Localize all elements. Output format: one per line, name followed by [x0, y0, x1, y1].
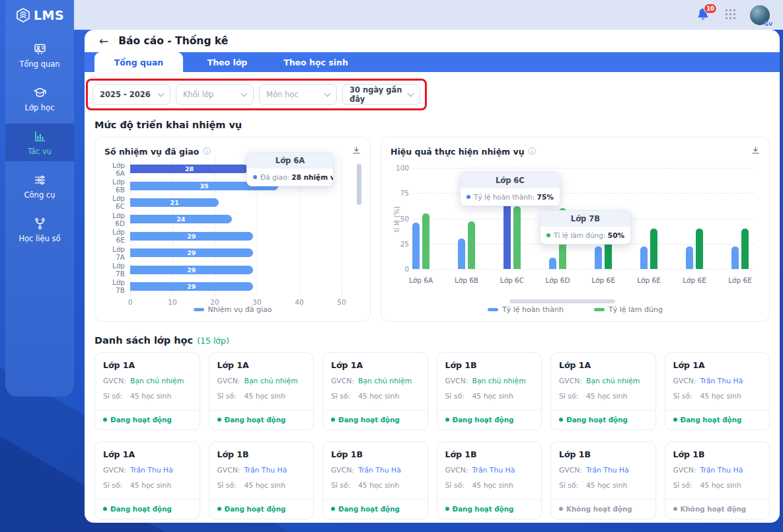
class-card[interactable]: Lớp 1BGVCN:Trần Thu HàSĩ số:45 học sinhĐ…: [437, 441, 542, 519]
class-card[interactable]: Lớp 1AGVCN:Trần Thu HàSĩ số:45 học sinhĐ…: [665, 352, 770, 430]
status-badge: Không hoạt động: [551, 499, 655, 519]
sidebar-item-digital-materials[interactable]: Học liệu số: [5, 211, 74, 248]
chart2-bar-completion[interactable]: [595, 247, 602, 269]
download-icon[interactable]: [352, 145, 361, 158]
notification-bell-icon[interactable]: 10: [695, 7, 712, 24]
class-card[interactable]: Lớp 1BGVCN:Trần Thu HàSĩ số:45 học sinhK…: [550, 441, 656, 519]
class-card-title: Lớp 1A: [331, 360, 420, 370]
size-label: Sĩ số:: [331, 392, 354, 400]
download-icon[interactable]: [751, 145, 761, 158]
back-arrow-icon[interactable]: ←: [99, 36, 108, 47]
chart1-bar[interactable]: 28: [130, 165, 248, 173]
tab-theo-học-sinh[interactable]: Theo học sinh: [272, 52, 360, 72]
teacher-link[interactable]: Trần Thu Hà: [700, 466, 743, 475]
chart1-bar[interactable]: 29: [130, 248, 253, 257]
class-card-title: Lớp 1A: [559, 360, 648, 370]
chart1-bar[interactable]: 29: [130, 232, 253, 241]
teacher-link[interactable]: Bạn chủ nhiệm: [130, 377, 184, 385]
chart1-bar-row: Lớp 6E29: [103, 228, 350, 245]
chart1-bar[interactable]: 24: [130, 215, 232, 223]
class-card[interactable]: Lớp 1AGVCN:Trần Thu HàSĩ số:45 học sinhĐ…: [94, 441, 200, 519]
gvcn-label: GVCN:: [445, 377, 468, 385]
teacher-link[interactable]: Bạn chủ nhiệm: [358, 377, 412, 385]
chart2-tooltip: Lớp 6CTỷ lệ hoàn thành: 75%: [460, 172, 560, 206]
digital-materials-icon: [33, 217, 47, 231]
chart2-bar-correct[interactable]: [422, 213, 429, 269]
status-dot-icon: [103, 507, 107, 511]
chart1-bar-row: Lớp 6D24: [103, 211, 350, 227]
student-count: 45 học sinh: [700, 481, 741, 490]
filter-select-1[interactable]: Khối lớp: [176, 84, 254, 105]
sidebar-item-classes[interactable]: Lớp học: [5, 80, 74, 118]
chart1-category-label: Lớp 7B: [103, 262, 125, 278]
chart2-bar-completion[interactable]: [686, 247, 693, 269]
class-card[interactable]: Lớp 1AGVCN:Bạn chủ nhiệmSĩ số:45 học sin…: [322, 352, 428, 430]
chart2-y-tick: 50: [391, 215, 409, 223]
chart2-bar-correct[interactable]: [696, 229, 703, 269]
chart2-category-label: Lớp 6C: [491, 276, 533, 284]
chart2-bar-completion[interactable]: [412, 223, 420, 269]
chart2-bar-completion[interactable]: [640, 247, 648, 269]
class-card[interactable]: Lớp 1BGVCN:Bạn chủ nhiệmSĩ số:45 học sin…: [437, 352, 542, 430]
chart2-bar-correct[interactable]: [741, 229, 749, 269]
teacher-link[interactable]: Trần Thu Hà: [586, 466, 629, 475]
chevron-down-icon: [241, 90, 248, 96]
status-badge: Đang hoạt động: [209, 410, 314, 430]
chart2-bar-completion[interactable]: [731, 247, 739, 269]
chart-assigned-tasks: Số nhiệm vụ đã giao ⓘ Lớp 6A28Lớp 6B35Lớ…: [94, 137, 371, 322]
size-label: Sĩ số:: [673, 392, 696, 400]
filter-select-0[interactable]: 2025 - 2026: [93, 84, 170, 105]
tab-bar: Tổng quanTheo lớpTheo học sinh: [85, 52, 780, 72]
chart1-vertical-scrollbar[interactable]: [357, 164, 361, 205]
teacher-link[interactable]: Bạn chủ nhiệm: [472, 377, 526, 385]
chart1-category-label: Lớp 6B: [103, 178, 125, 194]
teacher-link[interactable]: Bạn chủ nhiệm: [586, 377, 640, 385]
chart1-category-label: Lớp 7A: [103, 245, 125, 261]
info-icon[interactable]: ⓘ: [203, 146, 211, 157]
chart2-horizontal-scrollbar[interactable]: [509, 299, 615, 303]
class-card[interactable]: Lớp 1AGVCN:Bạn chủ nhiệmSĩ số:45 học sin…: [209, 352, 315, 430]
class-card[interactable]: Lớp 1BGVCN:Trần Thu HàSĩ số:45 học sinhK…: [665, 441, 770, 519]
student-count: 45 học sinh: [130, 392, 171, 400]
chart2-bar-completion[interactable]: [458, 239, 465, 269]
size-label: Sĩ số:: [331, 481, 354, 490]
gvcn-label: GVCN:: [559, 466, 581, 475]
sidebar-item-overview[interactable]: Tổng quan: [5, 36, 74, 74]
class-card[interactable]: Lớp 1AGVCN:Bạn chủ nhiệmSĩ số:45 học sin…: [550, 352, 656, 430]
status-dot-icon: [445, 507, 449, 511]
chart2-bar-correct[interactable]: [650, 229, 657, 269]
avatar[interactable]: GV: [750, 5, 770, 25]
sidebar-item-tasks-chart[interactable]: Tác vụ: [5, 124, 74, 161]
class-card[interactable]: Lớp 1AGVCN:Bạn chủ nhiệmSĩ số:45 học sin…: [94, 352, 200, 430]
class-card[interactable]: Lớp 1BGVCN:Trần Thu HàSĩ số:45 học sinhĐ…: [322, 441, 428, 519]
apps-grid-icon[interactable]: [726, 9, 737, 20]
teacher-link[interactable]: Trần Thu Hà: [700, 377, 743, 385]
app-logo[interactable]: LMS: [15, 7, 64, 23]
teacher-link[interactable]: Trần Thu Hà: [244, 466, 287, 475]
teacher-link[interactable]: Trần Thu Hà: [130, 466, 173, 475]
chart2-bar-correct[interactable]: [468, 221, 475, 269]
filter-value: 30 ngày gần đây: [350, 85, 408, 104]
tab-tổng-quan[interactable]: Tổng quan: [94, 52, 183, 72]
filter-select-2[interactable]: Môn học: [259, 84, 337, 105]
chart2-bar-completion[interactable]: [549, 258, 556, 269]
filter-select-3[interactable]: 30 ngày gần đây: [342, 84, 420, 105]
teacher-link[interactable]: Bạn chủ nhiệm: [244, 377, 298, 385]
chart2-category-label: Lớp 6E: [673, 276, 716, 284]
chart1-bar[interactable]: 21: [130, 198, 219, 207]
sidebar-item-label: Lớp học: [24, 103, 54, 112]
chart2-bar-correct[interactable]: [513, 206, 521, 269]
sidebar: LMS Tổng quanLớp họcTác vụCông cụHọc liệ…: [5, 0, 74, 397]
chevron-down-icon: [158, 90, 165, 96]
chart1-category-label: Lớp 6E: [103, 228, 125, 244]
sidebar-item-tools-sliders[interactable]: Công cụ: [5, 167, 74, 205]
sidebar-item-label: Tác vụ: [28, 147, 52, 156]
chart1-bar[interactable]: 29: [130, 266, 253, 274]
teacher-link[interactable]: Trần Thu Hà: [358, 466, 401, 475]
class-card[interactable]: Lớp 1BGVCN:Trần Thu HàSĩ số:45 học sinhĐ…: [209, 441, 315, 519]
teacher-link[interactable]: Trần Thu Hà: [472, 466, 515, 475]
tab-theo-lớp[interactable]: Theo lớp: [183, 52, 272, 72]
gvcn-label: GVCN:: [331, 377, 354, 385]
info-icon[interactable]: ⓘ: [529, 146, 537, 157]
chart1-bar[interactable]: 29: [130, 282, 253, 291]
